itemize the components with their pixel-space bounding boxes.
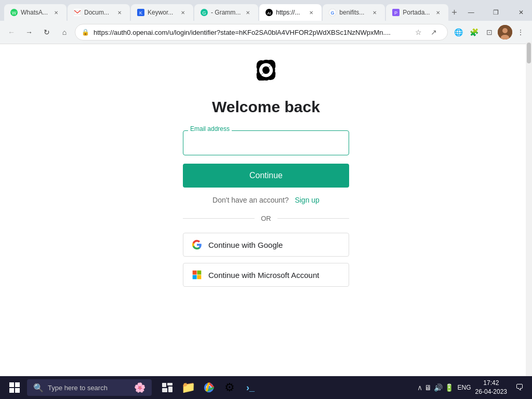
tab-label: Keywor... [148, 9, 176, 16]
share-button[interactable]: ↗ [427, 25, 441, 39]
svg-rect-16 [9, 382, 14, 387]
start-button[interactable] [4, 377, 25, 398]
forward-button[interactable]: → [22, 25, 36, 39]
notification-button[interactable]: 🗨 [511, 379, 528, 396]
taskbar: 🔍 Type here to search 🌸 📁 ⚙ › [0, 376, 532, 399]
svg-rect-22 [162, 388, 167, 392]
tab-google-b[interactable]: G benifits... ✕ [323, 4, 385, 21]
or-divider: OR [183, 215, 349, 222]
signup-text: Don't have an account? [212, 196, 289, 204]
clock-date: 26-04-2023 [475, 388, 507, 396]
tab-keywords[interactable]: K Keywor... ✕ [131, 4, 193, 21]
email-input[interactable] [183, 130, 349, 155]
toolbar-right: 🌐 🧩 ⊡ ⋮ [451, 25, 528, 39]
system-tray: ∧ 🖥 🔊 🔋 ENG 17:42 26-04-2023 🗨 [417, 379, 528, 396]
svg-point-14 [502, 28, 508, 33]
settings-taskbar-button[interactable]: ⚙ [220, 378, 239, 397]
google-icon [192, 240, 202, 250]
taskbar-search-text: Type here to search [48, 384, 108, 392]
login-card: Welcome back Email address Continue Don'… [183, 98, 349, 293]
google-signin-button[interactable]: Continue with Google [183, 233, 349, 257]
tab-favicon: K [137, 9, 144, 16]
task-view-icon [162, 383, 172, 392]
clock[interactable]: 17:42 26-04-2023 [475, 379, 507, 396]
profile-avatar[interactable] [498, 25, 512, 39]
page-title: Welcome back [212, 98, 320, 116]
svg-rect-23 [168, 387, 172, 392]
svg-rect-19 [15, 388, 20, 393]
scrollbar-thumb[interactable] [527, 43, 531, 63]
svg-text:AI: AI [268, 11, 272, 16]
tab-favicon: W [10, 9, 18, 16]
svg-text:G: G [202, 10, 206, 16]
tab-favicon: P [392, 9, 400, 16]
svg-rect-21 [167, 383, 172, 385]
svg-rect-18 [9, 388, 14, 393]
tab-label: Portada... [403, 9, 431, 16]
tab-openai[interactable]: AI https://... ✕ [259, 4, 322, 21]
chrome-taskbar-icon [203, 382, 215, 393]
microsoft-signin-button[interactable]: Continue with Microsoft Account [183, 263, 349, 287]
tab-favicon: AI [265, 9, 273, 16]
terminal-taskbar-button[interactable]: ›_ [241, 378, 260, 397]
openai-logo [256, 60, 276, 83]
new-tab-button[interactable]: + [451, 5, 457, 20]
menu-button[interactable]: ⋮ [513, 25, 528, 39]
svg-rect-17 [15, 382, 20, 387]
svg-text:K: K [139, 10, 142, 16]
tab-bar: W WhatsA... ✕ Docum... ✕ K Keywor... ✕ G… [0, 0, 532, 21]
or-text: OR [261, 215, 271, 222]
puzzle-button[interactable]: 🧩 [467, 25, 481, 39]
back-button[interactable]: ← [4, 25, 19, 39]
browser-scrollbar[interactable] [526, 42, 532, 376]
tab-close-button[interactable]: ✕ [115, 8, 124, 17]
tab-close-button[interactable]: ✕ [307, 8, 315, 17]
tab-grammarly[interactable]: G - Gramm... ✕ [194, 4, 258, 21]
lock-icon: 🔒 [82, 29, 89, 36]
close-button[interactable]: ✕ [509, 4, 532, 21]
address-field[interactable]: 🔒 https://auth0.openai.com/u/login/ident… [75, 24, 448, 41]
file-explorer-button[interactable]: 📁 [179, 378, 197, 397]
tab-close-button[interactable]: ✕ [244, 8, 252, 17]
signup-row: Don't have an account? Sign up [212, 196, 320, 204]
tab-label: https://... [276, 9, 304, 16]
volume-icon[interactable]: 🔊 [434, 383, 443, 392]
tab-portada[interactable]: P Portada... ✕ [386, 4, 448, 21]
continue-button[interactable]: Continue [183, 164, 349, 188]
browser-chrome: W WhatsA... ✕ Docum... ✕ K Keywor... ✕ G… [0, 0, 532, 44]
google-button-label: Continue with Google [208, 241, 283, 249]
reload-button[interactable]: ↻ [39, 25, 54, 39]
tab-close-button[interactable]: ✕ [434, 8, 442, 17]
tab-label: - Gramm... [211, 9, 241, 16]
network-icon[interactable]: 🖥 [424, 383, 432, 392]
tray-icons: ∧ 🖥 🔊 🔋 [417, 383, 454, 392]
or-line-right [277, 218, 349, 219]
tab-favicon [74, 9, 81, 16]
home-button[interactable]: ⌂ [57, 25, 72, 39]
email-field-wrapper: Email address [183, 130, 349, 155]
window-controls: — ❐ ✕ [459, 4, 532, 21]
bookmark-button[interactable]: ☆ [411, 25, 425, 39]
maximize-button[interactable]: ❐ [484, 4, 508, 21]
svg-text:W: W [12, 10, 17, 16]
svg-rect-20 [162, 383, 166, 387]
tab-whatsapp[interactable]: W WhatsA... ✕ [4, 4, 66, 21]
tab-close-button[interactable]: ✕ [370, 8, 379, 17]
split-view-button[interactable]: ⊡ [482, 25, 497, 39]
extensions-button[interactable]: 🌐 [451, 25, 466, 39]
battery-icon[interactable]: 🔋 [445, 383, 454, 392]
chrome-taskbar-button[interactable] [200, 378, 218, 397]
svg-text:G: G [331, 10, 335, 16]
tab-close-button[interactable]: ✕ [179, 8, 187, 17]
chevron-up-icon[interactable]: ∧ [417, 383, 422, 392]
tab-favicon: G [201, 9, 208, 16]
clock-time: 17:42 [475, 379, 507, 388]
minimize-button[interactable]: — [459, 4, 483, 21]
language-indicator[interactable]: ENG [458, 384, 471, 391]
tab-close-button[interactable]: ✕ [52, 8, 60, 17]
tab-label: Docum... [84, 9, 112, 16]
task-view-button[interactable] [158, 378, 177, 397]
taskbar-search[interactable]: 🔍 Type here to search 🌸 [27, 379, 152, 396]
tab-gmail[interactable]: Docum... ✕ [68, 4, 130, 21]
signup-link[interactable]: Sign up [295, 196, 319, 204]
